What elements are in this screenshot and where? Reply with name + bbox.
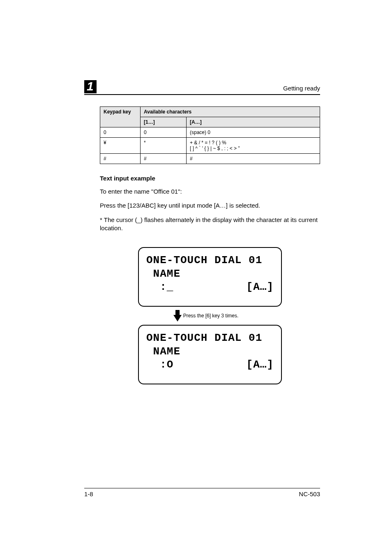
paragraph: To enter the name "Office 01":: [100, 187, 320, 196]
document-code: NC-503: [299, 490, 320, 497]
paragraph: Press the [123/ABC] key until input mode…: [100, 201, 320, 210]
page-number: 1-8: [84, 490, 93, 497]
page-header: 1 Getting ready: [84, 80, 320, 95]
th-available: Available characters: [141, 107, 320, 117]
characters-table: Keypad key Available characters [1…] [A……: [100, 106, 320, 164]
th-keypad-key: Keypad key: [100, 107, 141, 127]
paragraph: * The cursor (_) flashes alternately in …: [100, 216, 320, 233]
arrow-caption: Press the [6] key 3 times.: [183, 313, 239, 319]
lcd-mode-indicator: [A…]: [247, 280, 274, 294]
section-heading: Text input example: [100, 175, 320, 182]
lcd-cursor-line: :O: [146, 358, 173, 372]
lcd-cursor-line: :_: [146, 280, 173, 294]
flow-arrow: Press the [6] key 3 times.: [130, 310, 282, 321]
page-footer: 1-8 NC-503: [84, 488, 320, 497]
table-row: 0 0 (space) 0: [100, 127, 320, 138]
arrow-down-icon: [175, 310, 180, 315]
lcd-line: ONE-TOUCH DIAL 01: [146, 254, 262, 267]
lcd-mode-indicator: [A…]: [247, 358, 274, 372]
chapter-number: 1: [84, 80, 97, 93]
lcd-display-1: ONE-TOUCH DIAL 01 NAME :_ [A…]: [138, 247, 282, 307]
th-alpha-mode: [A…]: [187, 117, 320, 127]
lcd-line: ONE-TOUCH DIAL 01: [146, 331, 262, 345]
lcd-line: NAME: [146, 267, 180, 281]
header-title: Getting ready: [283, 85, 320, 93]
lcd-line: NAME: [146, 345, 180, 358]
table-row: # # #: [100, 154, 320, 164]
table-row: ¥ * + & / * = ! ? ( ) % [ ] ^ ` ' { } | …: [100, 138, 320, 154]
lcd-display-2: ONE-TOUCH DIAL 01 NAME :O [A…]: [138, 325, 282, 384]
arrow-down-icon: [173, 315, 182, 321]
th-num-mode: [1…]: [141, 117, 187, 127]
